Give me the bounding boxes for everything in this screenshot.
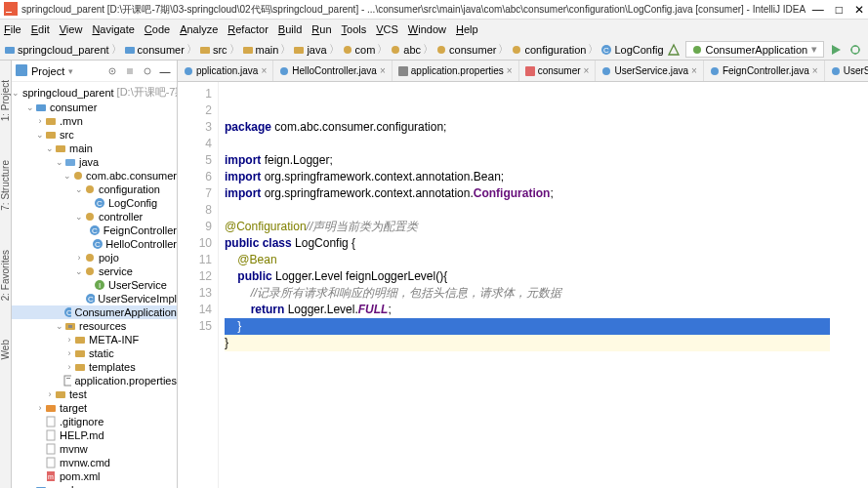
code-line-9[interactable]: @Bean — [225, 252, 868, 268]
tool-web[interactable]: Web — [0, 340, 11, 359]
code-line-4[interactable]: import org.springframework.context.annot… — [225, 169, 868, 185]
code-line-2[interactable] — [225, 136, 868, 152]
tree-node-application-properties[interactable]: application.properties — [12, 374, 177, 387]
tab-pplication-java[interactable]: pplication.java× — [178, 61, 273, 82]
menu-help[interactable]: Help — [456, 23, 478, 35]
menu-tools[interactable]: Tools — [342, 23, 367, 35]
tab-hellocontroller-java[interactable]: HelloController.java× — [273, 61, 393, 82]
tree-node-hellocontroller[interactable]: CHelloController — [12, 237, 177, 251]
tree-node-userservice[interactable]: IUserService — [12, 278, 177, 292]
tree-node-java[interactable]: ⌄java — [12, 155, 177, 169]
tree-node-controller[interactable]: ⌄controller — [12, 210, 177, 224]
tool-project[interactable]: 1: Project — [0, 80, 11, 121]
menu-window[interactable]: Window — [408, 23, 446, 35]
tree-node-pojo[interactable]: ›pojo — [12, 251, 177, 264]
tab-userservice-java[interactable]: UserService.java× — [596, 61, 703, 82]
maximize-button[interactable]: □ — [836, 3, 843, 17]
tool-favorites[interactable]: 2: Favorites — [0, 250, 11, 301]
tree-node-feigncontroller[interactable]: CFeignController — [12, 224, 177, 237]
code-line-10[interactable]: public Logger.Level feignLoggerLevel(){ — [225, 268, 868, 285]
breadcrumb-com[interactable]: com — [342, 44, 376, 56]
code-line-6[interactable] — [225, 202, 868, 219]
code-line-7[interactable]: @Configuration//声明当前类为配置类 — [225, 219, 868, 235]
tree-node-src[interactable]: ⌄src — [12, 128, 177, 142]
project-tree[interactable]: ⌄springcloud_parent[D:\开课吧-7期\03-spring⌄… — [12, 82, 177, 488]
breadcrumb-java[interactable]: java — [293, 44, 326, 56]
menu-build[interactable]: Build — [278, 23, 302, 35]
collapse-all-icon[interactable] — [122, 63, 138, 79]
menu-file[interactable]: File — [4, 23, 21, 35]
tree-node-templates[interactable]: ›templates — [12, 360, 177, 374]
tree-node-main[interactable]: ⌄main — [12, 142, 177, 155]
tab-consumer[interactable]: consumer× — [519, 61, 597, 82]
hide-icon[interactable]: — — [157, 63, 173, 79]
tree-node-configuration[interactable]: ⌄configuration — [12, 183, 177, 196]
tab-close-icon[interactable]: × — [261, 65, 267, 76]
code-line-12[interactable]: return Logger.Level.FULL; — [225, 302, 868, 318]
tree-node-mvnw[interactable]: mvnw — [12, 442, 177, 456]
code-line-8[interactable]: public class LogConfig { — [225, 235, 868, 252]
tree-node-logconfig[interactable]: CLogConfig — [12, 196, 177, 210]
menu-view[interactable]: View — [60, 23, 83, 35]
menu-analyze[interactable]: Analyze — [180, 23, 218, 35]
minimize-button[interactable]: — — [812, 3, 824, 17]
breadcrumb-configuration[interactable]: configuration — [511, 44, 586, 56]
breadcrumb-springcloud_parent[interactable]: springcloud_parent — [4, 44, 109, 56]
code-line-14[interactable]: } — [225, 335, 868, 351]
menu-navigate[interactable]: Navigate — [92, 23, 134, 35]
code-line-11[interactable]: //记录所有请求和响应的明细，包括头信息，请求体，元数据 — [225, 285, 868, 302]
debug-icon[interactable] — [847, 42, 863, 58]
breadcrumb-consumer[interactable]: consumer — [435, 44, 496, 56]
tree-node-pom-xml[interactable]: mpom.xml — [12, 469, 177, 483]
menu-code[interactable]: Code — [145, 23, 170, 35]
tree-node--gitignore[interactable]: .gitignore — [12, 415, 177, 428]
tree-node-consumerapplication[interactable]: CConsumerApplication — [12, 305, 177, 319]
tab-userserviceimpl-java[interactable]: UserServiceImpl.java× — [825, 61, 868, 82]
tree-node-target[interactable]: ›target — [12, 401, 177, 415]
run-config-select[interactable]: ConsumerApplication ▾ — [685, 41, 825, 58]
tree-node-userserviceimpl[interactable]: CUserServiceImpl — [12, 292, 177, 305]
tree-node-service[interactable]: ⌄service — [12, 264, 177, 278]
tree-node-springcloud-parent[interactable]: ⌄springcloud_parent[D:\开课吧-7期\03-spring — [12, 84, 177, 101]
build-icon[interactable] — [666, 42, 682, 58]
tab-close-icon[interactable]: × — [812, 65, 818, 76]
tree-node-com-abc-consumer[interactable]: ⌄com.abc.consumer — [12, 169, 177, 183]
tree-node-static[interactable]: ›static — [12, 346, 177, 360]
menu-edit[interactable]: Edit — [31, 23, 50, 35]
tree-node-resources[interactable]: ⌄resources — [12, 319, 177, 333]
code-line-1[interactable]: package com.abc.consumer.configuration; — [225, 119, 868, 136]
tab-feigncontroller-java[interactable]: FeignController.java× — [704, 61, 825, 82]
tree-node-test[interactable]: ›test — [12, 387, 177, 401]
tab-close-icon[interactable]: × — [507, 65, 513, 76]
menu-refactor[interactable]: Refactor — [227, 23, 269, 35]
tree-node-meta-inf[interactable]: ›META-INF — [12, 333, 177, 346]
tab-close-icon[interactable]: × — [691, 65, 697, 76]
scroll-from-source-icon[interactable] — [104, 63, 120, 79]
breadcrumb-main[interactable]: main — [242, 44, 279, 56]
code-line-3[interactable]: import feign.Logger; — [225, 152, 868, 169]
code-line-15[interactable] — [225, 351, 868, 368]
close-button[interactable]: ✕ — [854, 3, 864, 17]
run-icon[interactable] — [828, 42, 844, 58]
tree-node-consumer[interactable]: ⌄consumer — [12, 101, 177, 114]
code-content[interactable]: package com.abc.consumer.configuration; … — [219, 82, 868, 488]
tree-node--mvn[interactable]: ›.mvn — [12, 114, 177, 128]
menu-vcs[interactable]: VCS — [376, 23, 398, 35]
svg-text:C: C — [66, 308, 71, 317]
breadcrumb-src[interactable]: src — [199, 44, 227, 56]
gear-icon[interactable] — [140, 63, 155, 79]
code-line-5[interactable]: import org.springframework.context.annot… — [225, 185, 868, 202]
breadcrumb-abc[interactable]: abc — [390, 44, 421, 56]
breadcrumb-consumer[interactable]: consumer — [124, 44, 185, 56]
tree-node-eureka-server[interactable]: ›eureka_server — [12, 483, 177, 488]
tab-application-properties[interactable]: application.properties× — [393, 61, 519, 82]
tree-node-mvnw-cmd[interactable]: mvnw.cmd — [12, 456, 177, 469]
breadcrumb-LogConfig[interactable]: CLogConfig — [600, 44, 663, 56]
tree-node-help-md[interactable]: HELP.md — [12, 428, 177, 442]
tab-close-icon[interactable]: × — [380, 65, 386, 76]
menu-run[interactable]: Run — [311, 23, 331, 35]
tool-structure[interactable]: 7: Structure — [0, 160, 11, 211]
code-line-13[interactable]: } — [225, 318, 868, 335]
tab-close-icon[interactable]: × — [584, 65, 590, 76]
code-editor[interactable]: 123456789101112131415 package com.abc.co… — [178, 82, 868, 488]
